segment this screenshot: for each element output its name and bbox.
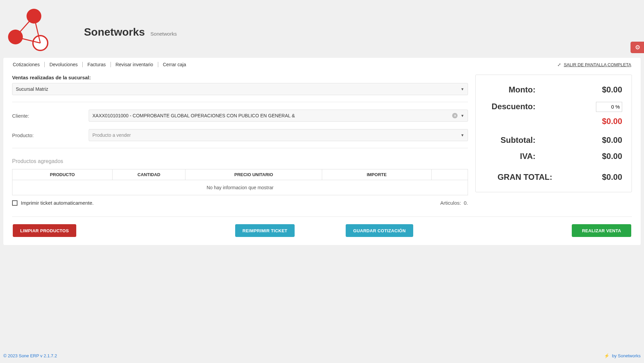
col-cantidad: CANTIDAD (113, 169, 185, 180)
table-empty-message: No hay informacion que mostrar (12, 180, 468, 195)
footer-version-link[interactable]: © 2023 Sone ERP v 2.1.7.2 (3, 353, 57, 358)
bolt-icon: ⚡ (604, 353, 609, 358)
clear-icon[interactable]: ✕ (452, 113, 458, 118)
col-actions (431, 169, 468, 180)
auto-print-label: Imprimir ticket automaticamente. (21, 200, 94, 206)
exit-fullscreen-link[interactable]: SALIR DE PANTALLA COMPLETA (564, 62, 631, 67)
iva-value: $0.00 (535, 152, 622, 161)
reimprimir-ticket-button[interactable]: REIMPRIMIR TICKET (235, 224, 295, 237)
nav-devoluciones[interactable]: Devoluciones (45, 62, 83, 67)
svg-line-3 (15, 16, 34, 37)
iva-label: IVA: (485, 152, 535, 161)
footer: © 2023 Sone ERP v 2.1.7.2 ⚡ by Sonetwork… (0, 353, 644, 358)
totals-card: Monto: $0.00 Descuento: $0.00 Subtotal: … (475, 75, 632, 192)
nav-bar: Cotizaciones Devoluciones Facturas Revis… (3, 58, 641, 71)
products-table: PRODUCTO CANTIDAD PRECIO UNITARIO IMPORT… (12, 169, 468, 195)
monto-label: Monto: (485, 85, 535, 94)
header: Sonetworks Sonetworks (0, 0, 644, 58)
grantotal-value: $0.00 (552, 172, 622, 182)
descuento-label: Descuento: (485, 102, 535, 111)
producto-placeholder: Producto a vender (92, 132, 131, 138)
sucursal-select[interactable]: Sucursal Matriz ▼ (12, 83, 468, 95)
cliente-label: Cliente: (12, 113, 89, 119)
main-panel: Cotizaciones Devoluciones Facturas Revis… (3, 58, 641, 245)
subtotal-value: $0.00 (535, 135, 622, 145)
footer-brand-link[interactable]: by Sonetworks (612, 353, 641, 358)
cliente-combo-value: XAXX010101000 - COMPROBANTE GLOBAL OPERA… (92, 113, 295, 118)
brand-logo (3, 7, 84, 54)
col-precio-unitario: PRECIO UNITARIO (185, 169, 322, 180)
divider (12, 102, 468, 102)
articles-label: Articulos: (440, 200, 461, 206)
nav-cerrar-caja[interactable]: Cerrar caja (158, 62, 191, 67)
sucursal-select-value: Sucursal Matriz (16, 86, 48, 92)
nav-revisar-inventario[interactable]: Revisar inventario (111, 62, 158, 67)
nav-facturas[interactable]: Facturas (83, 62, 111, 67)
page-title: Sonetworks (84, 26, 145, 38)
producto-label: Producto: (12, 132, 89, 138)
gear-icon: ⚙ (635, 44, 640, 51)
page-subtitle: Sonetworks (151, 31, 177, 37)
caret-down-icon: ▼ (461, 114, 464, 118)
col-importe: IMPORTE (322, 169, 431, 180)
cliente-combo[interactable]: XAXX010101000 - COMPROBANTE GLOBAL OPERA… (89, 110, 468, 122)
subtotal-label: Subtotal: (485, 135, 535, 145)
grantotal-label: GRAN TOTAL: (485, 172, 552, 182)
settings-button[interactable]: ⚙ (631, 42, 644, 53)
productos-agregados-label: Productos agregados (12, 158, 468, 164)
guardar-cotizacion-button[interactable]: GUARDAR COTIZACIÓN (346, 224, 413, 237)
realizar-venta-button[interactable]: REALIZAR VENTA (572, 224, 631, 237)
col-producto: PRODUCTO (12, 169, 113, 180)
section-label-ventas: Ventas realizadas de la sucursal: (12, 75, 468, 80)
monto-value: $0.00 (535, 85, 622, 94)
articles-count: 0. (464, 200, 468, 206)
nav-cotizaciones[interactable]: Cotizaciones (13, 62, 45, 67)
divider (12, 148, 468, 148)
descuento-amount: $0.00 (535, 117, 622, 126)
auto-print-checkbox[interactable] (12, 200, 17, 206)
divider (12, 216, 632, 217)
fullscreen-exit-icon: ⤢ (557, 62, 561, 67)
limpiar-productos-button[interactable]: LIMPIAR PRODUCTOS (13, 224, 76, 237)
producto-combo[interactable]: Producto a vender ▼ (89, 129, 468, 141)
descuento-input[interactable] (596, 102, 622, 112)
caret-down-icon: ▼ (461, 133, 464, 137)
caret-down-icon: ▼ (461, 87, 464, 91)
